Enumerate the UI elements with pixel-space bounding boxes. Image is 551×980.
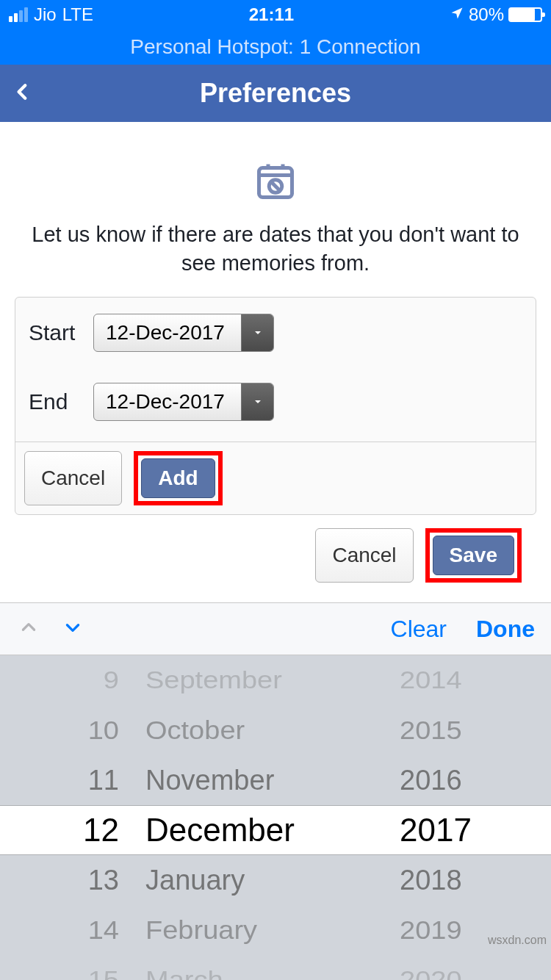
next-field-button[interactable]: [60, 618, 85, 640]
end-date-select[interactable]: 12-Dec-2017: [93, 383, 274, 421]
picker-day[interactable]: 10: [0, 716, 140, 745]
picker-month-selected[interactable]: December: [140, 812, 382, 849]
hotspot-bar[interactable]: Personal Hotspot: 1 Connection: [0, 29, 551, 65]
picker-month[interactable]: March: [140, 967, 382, 980]
end-date-value: 12-Dec-2017: [94, 383, 241, 420]
dropdown-icon: [241, 383, 273, 420]
picker-year[interactable]: 2018: [382, 865, 551, 896]
picker-year[interactable]: 2014: [382, 667, 551, 694]
picker-month[interactable]: January: [140, 865, 382, 896]
done-button[interactable]: Done: [476, 616, 535, 643]
picker-day[interactable]: 11: [0, 765, 140, 796]
picker-day[interactable]: 14: [0, 915, 140, 945]
picker-year[interactable]: 2015: [382, 716, 551, 745]
picker-day[interactable]: 15: [0, 967, 140, 980]
save-button[interactable]: Save: [433, 536, 514, 575]
highlight-add: Add: [134, 451, 222, 505]
add-button[interactable]: Add: [141, 458, 215, 498]
start-date-value: 12-Dec-2017: [94, 314, 241, 351]
nav-bar: Preferences: [0, 65, 551, 122]
status-bar: Jio LTE 21:11 80%: [0, 0, 551, 29]
signal-icon: [9, 7, 28, 22]
location-icon: [450, 4, 464, 25]
picker-month[interactable]: October: [140, 716, 382, 745]
page-title: Preferences: [0, 78, 551, 109]
prev-field-button[interactable]: [16, 618, 41, 640]
picker-month[interactable]: September: [140, 667, 382, 694]
calendar-blocked-icon: [253, 159, 298, 203]
network-label: LTE: [62, 4, 93, 25]
start-label: Start: [29, 320, 93, 345]
dropdown-icon: [241, 314, 273, 351]
cancel-button[interactable]: Cancel: [24, 451, 122, 505]
picker-month[interactable]: November: [140, 765, 382, 796]
battery-icon: [508, 7, 542, 22]
picker-year[interactable]: 2020: [382, 967, 551, 980]
clock: 21:11: [249, 4, 294, 25]
picker-day[interactable]: 9: [0, 667, 140, 694]
picker-year[interactable]: 2016: [382, 765, 551, 796]
end-label: End: [29, 389, 93, 414]
battery-pct: 80%: [469, 4, 504, 25]
carrier-label: Jio: [34, 4, 57, 25]
highlight-save: Save: [425, 528, 522, 583]
picker-year-selected[interactable]: 2017: [382, 812, 551, 849]
cancel-button[interactable]: Cancel: [315, 528, 413, 583]
picker-day[interactable]: 13: [0, 865, 140, 896]
start-date-select[interactable]: 12-Dec-2017: [93, 314, 274, 352]
picker-day-selected[interactable]: 12: [0, 812, 140, 849]
picker-month[interactable]: February: [140, 915, 382, 945]
back-button[interactable]: [13, 77, 32, 109]
clear-button[interactable]: Clear: [391, 616, 447, 643]
date-range-card: Start 12-Dec-2017 End 12-Dec-2017: [15, 297, 536, 515]
watermark: wsxdn.com: [488, 934, 547, 947]
svg-line-5: [271, 181, 281, 191]
content: Let us know if there are dates that you …: [0, 122, 551, 596]
intro-text: Let us know if there are dates that you …: [15, 220, 536, 278]
date-picker[interactable]: 9September2014 10October2015 11November2…: [0, 655, 551, 980]
picker-toolbar: Clear Done: [0, 602, 551, 655]
hotspot-text: Personal Hotspot: 1 Connection: [130, 35, 420, 59]
